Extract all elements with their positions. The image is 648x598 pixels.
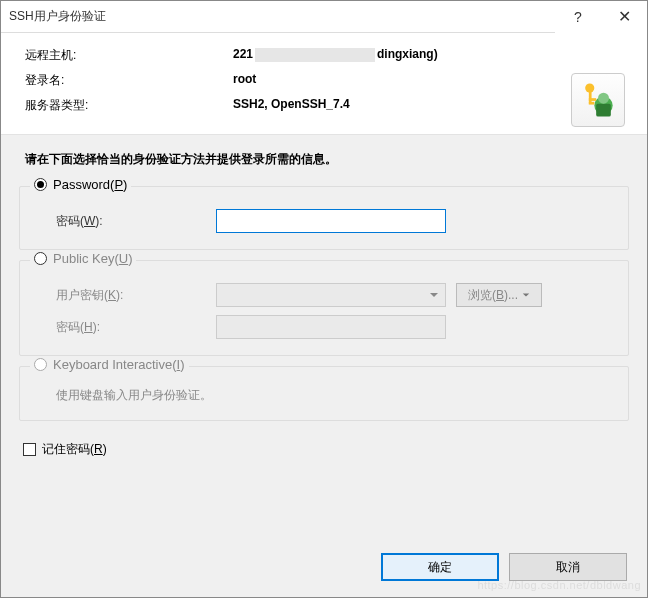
remember-row[interactable]: 记住密码(R) [23, 441, 625, 458]
legend-password[interactable]: Password(P) [30, 177, 131, 192]
label-pk-password: 密码(H): [56, 319, 216, 336]
value-remote-host: 221dingxiang) [233, 47, 438, 64]
svg-rect-4 [589, 91, 592, 104]
value-server-type: SSH2, OpenSSH_7.4 [233, 97, 350, 114]
titlebar: SSH用户身份验证 ? ✕ [1, 1, 647, 33]
cancel-button[interactable]: 取消 [509, 553, 627, 581]
svg-rect-5 [589, 98, 596, 101]
label-server-type: 服务器类型: [25, 97, 233, 114]
label-login-name: 登录名: [25, 72, 233, 89]
button-row: 确定 取消 [1, 539, 647, 597]
header-grid: 远程主机: 221dingxiang) 登录名: root 服务器类型: SSH… [25, 47, 623, 122]
group-keyboard: Keyboard Interactive(I) 使用键盘输入用户身份验证。 [19, 366, 629, 421]
radio-publickey[interactable] [34, 252, 47, 265]
browse-button: 浏览(B)... [456, 283, 542, 307]
keyboard-desc: 使用键盘输入用户身份验证。 [56, 387, 612, 404]
dialog-window: SSH用户身份验证 ? ✕ 远程主机: 221dingxiang) 登录名: r… [0, 0, 648, 598]
legend-keyboard-label: Keyboard Interactive(I) [53, 357, 185, 372]
svg-rect-6 [589, 102, 595, 105]
row-userkey: 用户密钥(K): 浏览(B)... [56, 283, 612, 307]
info-row-login-name: 登录名: root [25, 72, 623, 89]
group-password: Password(P) 密码(W): [19, 186, 629, 250]
userkey-dropdown [216, 283, 446, 307]
legend-publickey-label: Public Key(U) [53, 251, 132, 266]
legend-password-label: Password(P) [53, 177, 127, 192]
remember-checkbox[interactable] [23, 443, 36, 456]
svg-point-2 [598, 93, 609, 104]
remember-label: 记住密码(R) [42, 441, 107, 458]
legend-keyboard: Keyboard Interactive(I) [30, 357, 189, 372]
legend-publickey[interactable]: Public Key(U) [30, 251, 136, 266]
close-button[interactable]: ✕ [601, 1, 647, 33]
value-login-name: root [233, 72, 256, 89]
row-password: 密码(W): [56, 209, 612, 233]
obscured-host-segment [255, 48, 375, 62]
header-info: 远程主机: 221dingxiang) 登录名: root 服务器类型: SSH… [1, 33, 647, 134]
row-pk-password: 密码(H): [56, 315, 612, 339]
ok-button[interactable]: 确定 [381, 553, 499, 581]
radio-password[interactable] [34, 178, 47, 191]
dropdown-arrow-icon [522, 291, 530, 299]
info-row-remote-host: 远程主机: 221dingxiang) [25, 47, 623, 64]
radio-keyboard [34, 358, 47, 371]
chevron-down-icon [429, 290, 439, 300]
label-remote-host: 远程主机: [25, 47, 233, 64]
auth-icon [571, 73, 625, 127]
pk-password-input [216, 315, 446, 339]
label-userkey: 用户密钥(K): [56, 287, 216, 304]
svg-rect-1 [596, 104, 611, 117]
window-title: SSH用户身份验证 [9, 8, 106, 25]
info-row-server-type: 服务器类型: SSH2, OpenSSH_7.4 [25, 97, 623, 114]
label-password: 密码(W): [56, 213, 216, 230]
password-input[interactable] [216, 209, 446, 233]
browse-label: 浏览(B)... [468, 287, 518, 304]
help-button[interactable]: ? [555, 1, 601, 33]
group-publickey: Public Key(U) 用户密钥(K): 浏览(B)... 密码(H): [19, 260, 629, 356]
